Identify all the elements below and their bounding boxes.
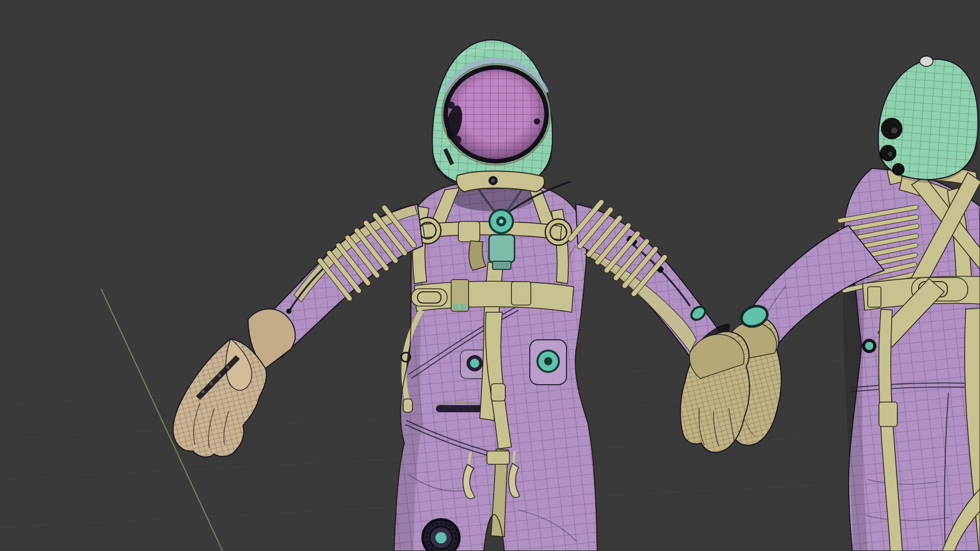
chest-port[interactable] xyxy=(470,359,479,368)
helmet-top-knob xyxy=(920,56,933,66)
chest-buckle xyxy=(458,221,480,242)
valve-box xyxy=(489,235,514,262)
strap-keeper xyxy=(491,384,505,401)
hip-port[interactable] xyxy=(862,339,876,353)
viewport-canvas[interactable] xyxy=(0,0,980,551)
crotch-buckle xyxy=(487,451,509,464)
neck-ring-knob-center xyxy=(491,179,495,183)
arm-hardware-dot xyxy=(286,309,291,314)
belt-clip xyxy=(868,287,881,307)
thigh-connector-ring[interactable] xyxy=(423,519,459,551)
dangling-strap-end xyxy=(403,399,412,412)
valve-center xyxy=(544,357,552,365)
waist-clip-right xyxy=(511,282,531,305)
helmet-latch xyxy=(534,118,540,124)
leg-strap-buckle xyxy=(879,402,897,427)
